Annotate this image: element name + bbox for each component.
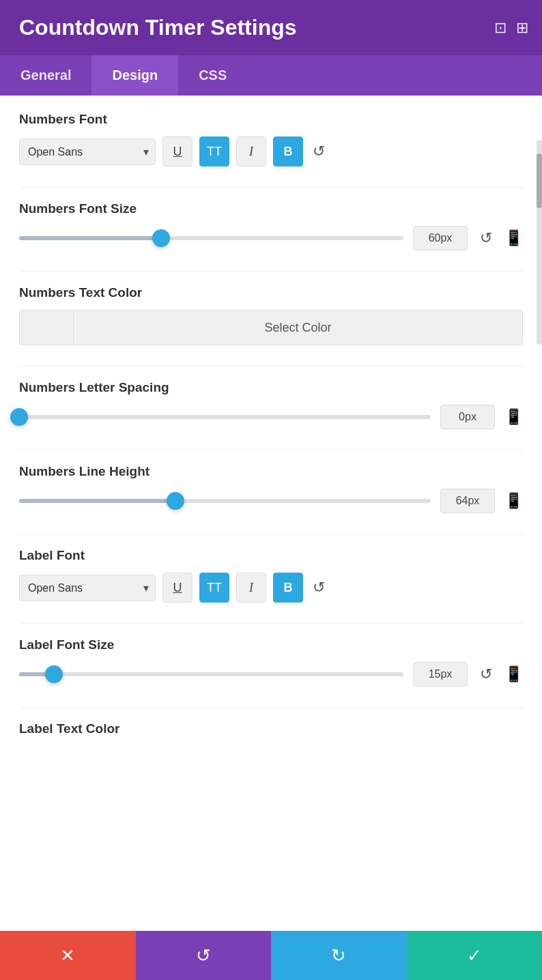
numbers-font-section: Numbers Font Open Sans Roboto Lato U TT … (19, 112, 523, 167)
numbers-text-color-label: Numbers Text Color (19, 285, 523, 300)
numbers-font-label: Numbers Font (19, 112, 523, 127)
divider-4 (19, 450, 523, 450)
label-text-color-label: Label Text Color (19, 721, 523, 736)
numbers-font-size-section: Numbers Font Size 60px ↺ 📱 (19, 201, 523, 250)
label-font-select[interactable]: Open Sans Roboto Lato (19, 575, 156, 601)
label-font-reset-btn[interactable]: ↺ (310, 576, 328, 599)
undo-button[interactable]: ↺ (136, 931, 272, 980)
numbers-line-height-device-icon[interactable]: 📱 (504, 492, 523, 510)
label-font-size-device-icon[interactable]: 📱 (504, 665, 523, 683)
numbers-line-height-thumb[interactable] (167, 492, 184, 510)
label-font-size-slider[interactable] (19, 672, 403, 676)
save-button[interactable]: ✓ (407, 931, 543, 980)
numbers-letter-spacing-thumb[interactable] (10, 408, 28, 426)
label-bold-btn[interactable]: B (273, 573, 303, 603)
numbers-tt-btn[interactable]: TT (199, 136, 229, 167)
numbers-font-size-fill (19, 236, 161, 240)
content: Numbers Font Open Sans Roboto Lato U TT … (0, 96, 542, 828)
numbers-font-size-label: Numbers Font Size (19, 201, 523, 216)
tab-general[interactable]: General (0, 55, 91, 96)
numbers-line-height-fill (19, 499, 175, 503)
numbers-bold-btn[interactable]: B (273, 136, 303, 167)
layout-icon[interactable]: ⊞ (516, 19, 528, 37)
numbers-letter-spacing-label: Numbers Letter Spacing (19, 380, 523, 395)
label-underline-btn[interactable]: U (162, 573, 192, 603)
divider-5 (19, 534, 523, 534)
numbers-font-size-value: 60px (413, 226, 468, 250)
label-font-size-row: 15px ↺ 📱 (19, 662, 523, 687)
numbers-font-size-thumb[interactable] (152, 229, 170, 247)
label-font-size-value: 15px (413, 662, 468, 687)
numbers-text-color-section: Numbers Text Color Select Color (19, 285, 523, 345)
numbers-color-swatch[interactable] (19, 310, 74, 345)
numbers-color-select-btn[interactable]: Select Color (74, 310, 523, 345)
numbers-letter-spacing-device-icon[interactable]: 📱 (504, 408, 523, 426)
numbers-line-height-label: Numbers Line Height (19, 464, 523, 479)
numbers-letter-spacing-value: 0px (440, 405, 495, 429)
redo-button[interactable]: ↻ (271, 931, 407, 980)
label-text-color-section: Label Text Color (19, 721, 523, 736)
numbers-font-size-device-icon[interactable]: 📱 (504, 229, 523, 247)
numbers-underline-btn[interactable]: U (162, 136, 192, 167)
numbers-letter-spacing-slider[interactable] (19, 415, 431, 419)
label-font-size-thumb[interactable] (45, 665, 63, 683)
label-tt-btn[interactable]: TT (199, 573, 229, 603)
numbers-italic-btn[interactable]: I (236, 136, 266, 167)
divider-7 (19, 707, 523, 708)
cancel-button[interactable]: ✕ (0, 931, 136, 980)
label-font-row: Open Sans Roboto Lato U TT I B ↺ (19, 573, 523, 603)
tabs: General Design CSS (0, 55, 542, 96)
bottom-bar: ✕ ↺ ↻ ✓ (0, 931, 542, 980)
divider-6 (19, 623, 523, 624)
numbers-letter-spacing-row: 0px 📱 (19, 405, 523, 429)
focus-icon[interactable]: ⊡ (494, 19, 507, 37)
numbers-font-select[interactable]: Open Sans Roboto Lato (19, 139, 156, 165)
label-font-size-label: Label Font Size (19, 637, 523, 652)
label-italic-btn[interactable]: I (236, 573, 266, 603)
numbers-line-height-value: 64px (440, 489, 495, 513)
divider-1 (19, 187, 523, 188)
header-icons: ⊡ ⊞ (494, 19, 528, 37)
numbers-font-row: Open Sans Roboto Lato U TT I B ↺ (19, 136, 523, 167)
scrollbar[interactable] (537, 140, 542, 345)
divider-2 (19, 271, 523, 272)
numbers-line-height-row: 64px 📱 (19, 489, 523, 513)
numbers-font-size-reset-btn[interactable]: ↺ (477, 227, 495, 250)
numbers-line-height-slider[interactable] (19, 499, 431, 503)
header: Countdown Timer Settings ⊡ ⊞ (0, 0, 542, 55)
tab-css[interactable]: CSS (178, 55, 247, 96)
label-font-size-section: Label Font Size 15px ↺ 📱 (19, 637, 523, 687)
numbers-font-size-row: 60px ↺ 📱 (19, 226, 523, 250)
divider-3 (19, 366, 523, 366)
label-font-label: Label Font (19, 548, 523, 563)
numbers-line-height-section: Numbers Line Height 64px 📱 (19, 464, 523, 513)
scrollbar-thumb[interactable] (537, 154, 542, 208)
label-font-size-reset-btn[interactable]: ↺ (477, 663, 495, 686)
tab-design[interactable]: Design (91, 55, 178, 96)
numbers-font-select-wrapper[interactable]: Open Sans Roboto Lato (19, 139, 156, 165)
numbers-font-reset-btn[interactable]: ↺ (310, 140, 328, 163)
label-font-select-wrapper[interactable]: Open Sans Roboto Lato (19, 575, 156, 601)
numbers-font-size-slider[interactable] (19, 236, 403, 240)
numbers-color-row: Select Color (19, 310, 523, 345)
numbers-letter-spacing-section: Numbers Letter Spacing 0px 📱 (19, 380, 523, 429)
page-title: Countdown Timer Settings (19, 15, 297, 40)
label-font-section: Label Font Open Sans Roboto Lato U TT I … (19, 548, 523, 603)
